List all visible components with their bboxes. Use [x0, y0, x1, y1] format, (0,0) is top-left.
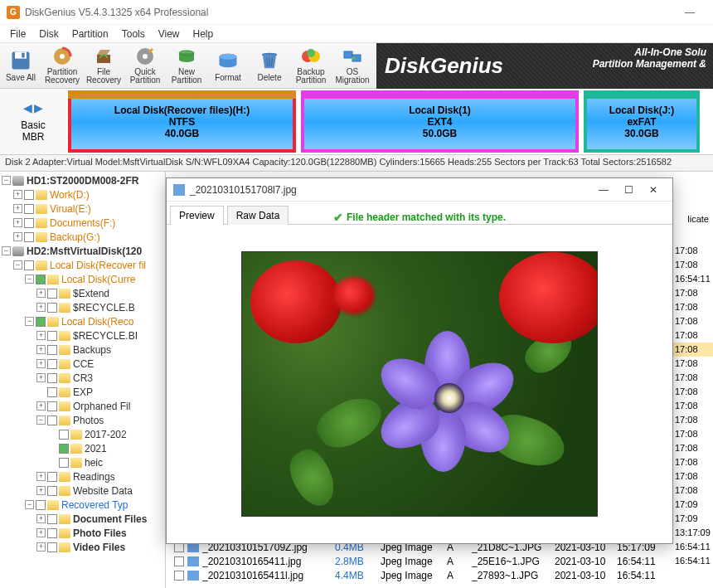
expand-icon[interactable]: + [13, 232, 22, 241]
checkbox[interactable] [47, 373, 57, 383]
expand-icon[interactable]: + [36, 331, 46, 340]
delete-button[interactable]: Delete [249, 45, 290, 86]
partition-block[interactable]: Local Disk(1)EXT450.0GB [301, 90, 579, 153]
menu-file[interactable]: File [3, 27, 32, 41]
file-row[interactable]: _20210310165411l.jpg4.4MBJpeg ImageA_278… [166, 568, 713, 582]
expand-icon[interactable]: − [13, 260, 22, 270]
expand-icon[interactable]: − [25, 317, 34, 326]
checkbox[interactable] [47, 345, 57, 355]
checkbox[interactable] [24, 232, 34, 242]
tree-node[interactable]: +Readings [2, 469, 163, 484]
checkbox[interactable] [59, 430, 69, 440]
tree-node[interactable]: EXP [2, 385, 163, 399]
partition-recovery-button[interactable]: Partition Recovery [41, 45, 83, 86]
menu-view[interactable]: View [152, 27, 187, 41]
checkbox[interactable] [47, 289, 57, 299]
expand-icon[interactable]: + [13, 218, 22, 227]
expand-icon[interactable]: + [36, 359, 46, 368]
checkbox[interactable] [36, 500, 46, 510]
tree-node[interactable]: −Local Disk(Reco [2, 314, 163, 328]
file-row[interactable]: _20210310165411.jpg2.8MBJpeg ImageA_25E1… [166, 554, 713, 568]
checkbox[interactable] [24, 190, 34, 200]
tree-node[interactable]: heic [2, 455, 163, 469]
tree-node[interactable]: +Photo Files [2, 526, 163, 540]
expand-icon[interactable]: + [36, 303, 46, 312]
checkbox[interactable] [24, 260, 34, 270]
tree-node[interactable]: +Video Files [2, 540, 163, 554]
expand-icon[interactable]: − [25, 275, 34, 284]
expand-icon[interactable]: + [36, 486, 46, 495]
tree-node[interactable]: −Local Disk(Curre [2, 272, 163, 286]
expand-icon[interactable]: + [36, 542, 46, 552]
checkbox[interactable] [47, 387, 57, 397]
menu-help[interactable]: Help [187, 27, 221, 41]
checkbox[interactable] [36, 275, 46, 284]
partition-block[interactable]: Local Disk(J:)exFAT30.0GB [584, 90, 700, 153]
tab-raw-data[interactable]: Raw Data [227, 206, 289, 225]
new-partition-button[interactable]: New Partition [166, 45, 207, 86]
tree-node[interactable]: 2017-202 [2, 427, 163, 441]
checkbox[interactable] [47, 359, 57, 369]
expand-icon[interactable]: + [13, 204, 22, 213]
prev-disk-button[interactable]: ◀ [23, 101, 32, 114]
tree-node[interactable]: +CCE [2, 357, 163, 371]
checkbox[interactable] [47, 528, 57, 538]
os-migration-button[interactable]: OS Migration [332, 45, 373, 86]
checkbox[interactable] [36, 317, 46, 327]
checkbox[interactable] [174, 571, 184, 581]
tree-node[interactable]: +Orphaned Fil [2, 399, 163, 413]
tree-node[interactable]: +$RECYCLE.B [2, 300, 163, 314]
expand-icon[interactable]: + [36, 528, 46, 537]
preview-minimize-button[interactable]: — [591, 184, 616, 196]
tree-node[interactable]: +Work(D:) [2, 187, 163, 202]
checkbox[interactable] [47, 303, 57, 313]
expand-icon[interactable]: + [13, 190, 22, 199]
expand-icon[interactable]: − [2, 176, 11, 185]
checkbox[interactable] [24, 204, 34, 214]
checkbox[interactable] [47, 415, 57, 425]
checkbox[interactable] [47, 514, 57, 524]
tree-node[interactable]: −HD2:MsftVirtualDisk(120 [2, 244, 163, 258]
format-button[interactable]: Format [207, 45, 249, 86]
expand-icon[interactable]: − [36, 415, 46, 425]
menu-tools[interactable]: Tools [115, 27, 152, 41]
menu-disk[interactable]: Disk [32, 27, 65, 41]
directory-tree[interactable]: −HD1:ST2000DM008-2FR+Work(D:)+Virual(E:)… [0, 172, 166, 588]
tree-node[interactable]: +$RECYCLE.BI [2, 328, 163, 343]
tree-node[interactable]: +Virual(E:) [2, 202, 163, 216]
checkbox[interactable] [59, 444, 69, 454]
quick-partition-button[interactable]: Quick Partition [124, 45, 166, 86]
preview-titlebar[interactable]: _20210310151708l7.jpg — ☐ ✕ [167, 178, 672, 202]
expand-icon[interactable]: + [36, 373, 46, 382]
checkbox[interactable] [47, 401, 57, 411]
expand-icon[interactable]: − [25, 500, 34, 509]
expand-icon[interactable]: + [36, 514, 46, 523]
checkbox[interactable] [174, 556, 184, 566]
tree-node[interactable]: +$Extend [2, 286, 163, 300]
expand-icon[interactable]: + [36, 345, 46, 354]
tree-node[interactable]: +CR3 [2, 371, 163, 385]
checkbox[interactable] [47, 331, 57, 341]
checkbox[interactable] [59, 458, 69, 468]
tree-node[interactable]: +Document Files [2, 512, 163, 526]
checkbox[interactable] [24, 218, 34, 228]
checkbox[interactable] [47, 542, 57, 552]
next-disk-button[interactable]: ▶ [34, 101, 43, 114]
checkbox[interactable] [47, 472, 57, 482]
expand-icon[interactable]: + [36, 401, 46, 411]
expand-icon[interactable]: + [36, 472, 46, 481]
partition-block[interactable]: Local Disk(Recover files)(H:)NTFS40.0GB [68, 90, 296, 153]
tree-node[interactable]: −Local Disk(Recover fil [2, 258, 163, 272]
checkbox[interactable] [47, 486, 57, 496]
tree-node[interactable]: −HD1:ST2000DM008-2FR [2, 173, 163, 187]
tree-node[interactable]: +Website Data [2, 484, 163, 498]
save-all-button[interactable]: Save All [0, 45, 41, 86]
minimize-button[interactable]: — [673, 1, 706, 24]
tree-node[interactable]: +Documents(F:) [2, 216, 163, 230]
preview-maximize-button[interactable]: ☐ [616, 184, 641, 196]
tree-node[interactable]: +Backups [2, 343, 163, 357]
preview-close-button[interactable]: ✕ [641, 184, 666, 196]
backup-partition-button[interactable]: Backup Partition [290, 45, 332, 86]
tree-node[interactable]: 2021 [2, 441, 163, 455]
expand-icon[interactable]: − [2, 246, 11, 255]
